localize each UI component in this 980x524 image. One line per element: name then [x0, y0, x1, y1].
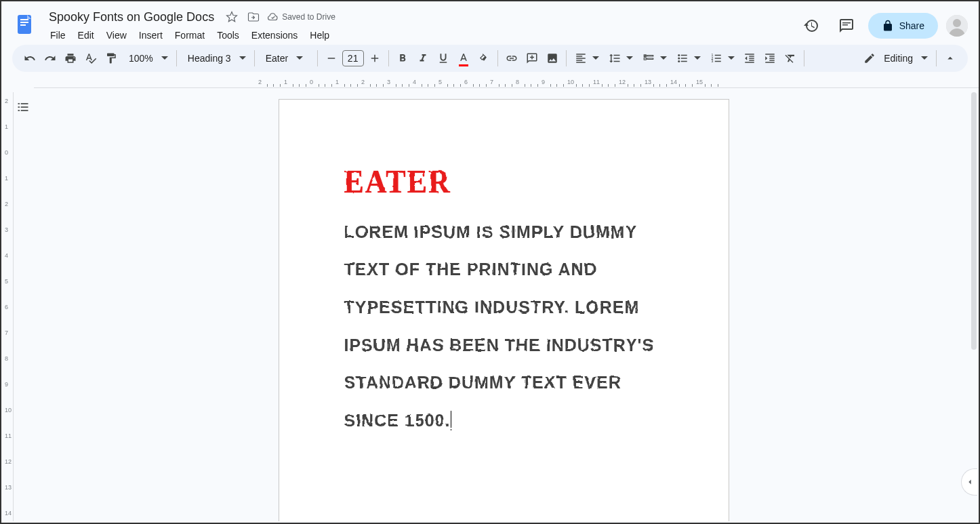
style-dropdown[interactable]: Heading 3 [181, 49, 250, 68]
caret-down-icon [921, 55, 928, 62]
bulleted-list-dropdown[interactable] [672, 49, 705, 68]
svg-rect-25 [21, 110, 28, 111]
docs-logo-icon[interactable] [12, 12, 39, 39]
text-color-button[interactable] [454, 49, 473, 68]
svg-point-8 [678, 54, 680, 56]
svg-rect-5 [842, 24, 848, 26]
increase-indent-button[interactable] [760, 49, 779, 68]
header-right: Share [798, 12, 968, 39]
numbered-list-dropdown[interactable]: 123 [706, 49, 739, 68]
svg-text:3: 3 [711, 59, 713, 63]
vertical-scrollbar[interactable] [971, 92, 977, 521]
increase-font-button[interactable] [365, 49, 384, 68]
svg-rect-18 [714, 58, 720, 59]
undo-button[interactable] [20, 49, 39, 68]
document-page[interactable]: EATER LOREM IPSUM IS SIMPLY DUMMY TEXT O… [279, 99, 729, 521]
menu-extensions[interactable]: Extensions [246, 27, 303, 43]
insert-image-button[interactable] [543, 49, 562, 68]
editing-mode-dropdown[interactable]: Editing [859, 49, 932, 68]
align-dropdown[interactable] [571, 49, 603, 68]
separator [254, 50, 255, 66]
document-body[interactable]: LOREM IPSUM IS SIMPLY DUMMY TEXT OF THE … [344, 213, 663, 439]
document-heading[interactable]: EATER [344, 163, 663, 201]
svg-rect-11 [680, 55, 687, 56]
separator [936, 50, 937, 66]
menu-format[interactable]: Format [169, 27, 210, 43]
caret-down-icon [161, 55, 168, 62]
editing-mode-value: Editing [881, 53, 916, 64]
menu-insert[interactable]: Insert [134, 27, 168, 43]
outline-column [14, 92, 35, 521]
cloud-icon [267, 11, 279, 23]
move-icon[interactable] [245, 9, 262, 25]
svg-rect-2 [20, 22, 28, 23]
link-button[interactable] [502, 49, 521, 68]
svg-rect-24 [18, 110, 20, 111]
svg-rect-17 [714, 55, 720, 56]
decrease-font-button[interactable] [322, 49, 341, 68]
comments-icon[interactable] [833, 12, 860, 39]
svg-rect-21 [21, 103, 28, 104]
star-icon[interactable] [224, 9, 240, 25]
page-scroll-area[interactable]: EATER LOREM IPSUM IS SIMPLY DUMMY TEXT O… [35, 92, 972, 521]
caret-down-icon [239, 55, 246, 62]
svg-rect-13 [680, 61, 687, 62]
svg-point-10 [678, 60, 680, 62]
decrease-indent-button[interactable] [740, 49, 759, 68]
scrollbar-thumb[interactable] [971, 92, 977, 350]
app-header: Spooky Fonts on Google Docs Saved to Dri… [1, 1, 979, 45]
outline-toggle-icon[interactable] [16, 100, 33, 117]
menu-view[interactable]: View [101, 27, 132, 43]
clear-format-button[interactable] [781, 49, 800, 68]
italic-button[interactable] [413, 49, 432, 68]
separator [804, 50, 804, 66]
svg-rect-12 [680, 58, 687, 59]
vertical-ruler[interactable]: 2101234567891011121314 [3, 92, 14, 521]
svg-rect-23 [21, 106, 28, 108]
share-label: Share [899, 20, 924, 31]
lock-icon [882, 20, 894, 32]
account-avatar[interactable] [946, 15, 968, 37]
checklist-dropdown[interactable] [638, 49, 671, 68]
document-title[interactable]: Spooky Fonts on Google Docs [45, 9, 218, 26]
font-size-input[interactable] [342, 50, 364, 66]
svg-rect-4 [842, 22, 851, 24]
caret-down-icon [592, 55, 599, 62]
highlight-button[interactable] [474, 49, 493, 68]
paint-format-button[interactable] [102, 49, 121, 68]
chevron-left-icon [965, 477, 975, 487]
svg-rect-3 [20, 24, 26, 26]
line-spacing-dropdown[interactable] [605, 49, 637, 68]
font-dropdown[interactable]: Eater [259, 49, 313, 68]
caret-down-icon [694, 55, 701, 62]
spellcheck-button[interactable] [81, 49, 100, 68]
horizontal-ruler[interactable] [34, 77, 979, 88]
title-area: Spooky Fonts on Google Docs Saved to Dri… [45, 9, 798, 43]
text-color-indicator [459, 64, 468, 66]
zoom-dropdown[interactable]: 100% [122, 49, 172, 68]
history-icon[interactable] [798, 12, 825, 39]
menu-tools[interactable]: Tools [211, 27, 245, 43]
svg-rect-20 [18, 103, 20, 104]
add-comment-button[interactable] [523, 49, 542, 68]
toolbar: 100% Heading 3 Eater 123 [12, 45, 968, 72]
svg-rect-19 [714, 61, 720, 62]
save-status[interactable]: Saved to Drive [267, 11, 335, 23]
collapse-toolbar-button[interactable] [941, 49, 960, 68]
toolbar-container: 100% Heading 3 Eater 123 [1, 45, 979, 77]
title-row: Spooky Fonts on Google Docs Saved to Dri… [45, 9, 798, 26]
separator [317, 50, 318, 66]
menu-help[interactable]: Help [304, 27, 335, 43]
print-button[interactable] [61, 49, 80, 68]
separator [176, 50, 177, 66]
svg-rect-22 [18, 106, 20, 108]
svg-point-9 [678, 58, 680, 60]
bold-button[interactable] [393, 49, 412, 68]
menu-edit[interactable]: Edit [73, 27, 100, 43]
menu-file[interactable]: File [45, 27, 71, 43]
share-button[interactable]: Share [868, 13, 938, 39]
redo-button[interactable] [41, 49, 60, 68]
menu-bar: FileEditViewInsertFormatToolsExtensionsH… [45, 27, 798, 43]
underline-button[interactable] [434, 49, 453, 68]
zoom-value: 100% [126, 53, 156, 64]
